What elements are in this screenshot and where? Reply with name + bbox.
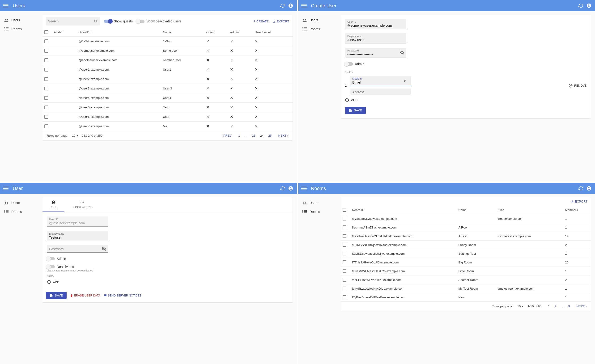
table-row[interactable]: !eVasdacvxysewus:example.com#test:exampl… — [341, 214, 591, 223]
col-userid[interactable]: User-ID ↑ — [77, 28, 161, 37]
save-button[interactable]: SAVE — [46, 292, 67, 299]
row-checkbox[interactable] — [343, 295, 346, 299]
sidebar-item-rooms[interactable]: Rooms — [2, 25, 40, 34]
export-button[interactable]: EXPORT — [272, 20, 289, 23]
sidebar-item-rooms[interactable]: Rooms — [2, 207, 40, 216]
row-checkbox[interactable] — [343, 243, 346, 247]
table-row[interactable]: @user1:example.comUser1✕✕✕ — [42, 65, 292, 74]
add-button[interactable]: ADD — [345, 98, 587, 102]
row-checkbox[interactable] — [343, 287, 346, 290]
rows-per-page-select[interactable]: 10 ▾ — [72, 134, 78, 137]
row-checkbox[interactable] — [343, 225, 346, 229]
add-button[interactable]: ADD — [47, 280, 288, 284]
col-name[interactable]: Name — [456, 206, 496, 214]
visibility-toggle-icon[interactable] — [400, 50, 404, 55]
address-field[interactable] — [350, 89, 411, 95]
page-number[interactable]: 23 — [252, 134, 255, 137]
refresh-icon[interactable] — [578, 2, 584, 9]
admin-toggle[interactable] — [345, 62, 353, 66]
table-row[interactable]: @user5:example.comTest✕✕✕ — [42, 103, 292, 112]
account-icon[interactable] — [586, 2, 592, 9]
deactivated-toggle[interactable] — [47, 265, 55, 268]
table-row[interactable]: !OMSDsdweassIIUUjjwe:example.comSettings… — [341, 249, 591, 258]
save-button[interactable]: SAVE — [345, 107, 366, 114]
show-deactivated-toggle[interactable] — [136, 20, 144, 23]
row-checkbox[interactable] — [44, 115, 48, 119]
select-all-checkbox[interactable] — [343, 208, 346, 212]
table-row[interactable]: @user7:example.comMe✕✕✕ — [42, 122, 292, 131]
next-button[interactable]: NEXT › — [278, 134, 288, 137]
table-row[interactable]: !LLIMSSNHrhRjsdWNXsd:example.comFunny Ro… — [341, 241, 591, 249]
admin-toggle[interactable] — [47, 257, 55, 260]
account-icon[interactable] — [287, 2, 294, 9]
table-row[interactable]: @anotheruser:example.comAnother User✕✕✕ — [42, 56, 292, 65]
row-checkbox[interactable] — [343, 278, 346, 282]
col-guest[interactable]: Guest — [205, 28, 228, 37]
row-checkbox[interactable] — [44, 68, 48, 71]
tab-connections[interactable]: CONNECTIONS — [64, 197, 100, 212]
sidebar-item-users[interactable]: Users — [2, 16, 40, 25]
menu-icon[interactable] — [3, 3, 8, 8]
col-roomid[interactable]: Room-ID — [350, 206, 456, 214]
visibility-toggle-icon[interactable] — [101, 246, 106, 251]
show-guests-toggle[interactable] — [104, 20, 112, 23]
tab-user[interactable]: USER — [42, 197, 64, 212]
page-number[interactable]: 25 — [268, 134, 271, 137]
sidebar-item-users[interactable]: Users — [301, 16, 338, 25]
refresh-icon[interactable] — [279, 2, 286, 9]
sidebar-item-rooms[interactable]: Rooms — [301, 25, 338, 34]
page-number[interactable]: 9 — [568, 305, 570, 308]
table-row[interactable]: !asSBSIsdWEvaXwPk:example.comAnother Roo… — [341, 275, 591, 284]
account-icon[interactable] — [287, 185, 294, 192]
row-checkbox[interactable] — [44, 39, 48, 43]
create-button[interactable]: +CREATE — [253, 19, 269, 23]
page-number[interactable]: 1 — [548, 305, 550, 308]
refresh-icon[interactable] — [578, 185, 584, 192]
page-number[interactable]: 24 — [260, 134, 263, 137]
export-button[interactable]: EXPORT — [571, 200, 588, 203]
rows-per-page-select[interactable]: 10 ▾ — [517, 305, 523, 308]
page-number[interactable]: 2 — [554, 305, 556, 308]
col-admin[interactable]: Admin — [228, 28, 253, 37]
account-icon[interactable] — [586, 185, 592, 192]
row-checkbox[interactable] — [343, 269, 346, 273]
row-checkbox[interactable] — [44, 124, 48, 128]
row-checkbox[interactable] — [343, 260, 346, 264]
col-deactivated[interactable]: Deactivated — [253, 28, 292, 37]
menu-icon[interactable] — [301, 3, 307, 8]
prev-button[interactable]: ‹ PREV — [221, 134, 232, 137]
table-row[interactable]: !TTnlslkHHweOLAD:example.comBig Room20 — [341, 258, 591, 267]
menu-icon[interactable] — [301, 186, 307, 191]
remove-button[interactable]: REMOVE — [568, 84, 587, 88]
table-row[interactable]: @user3:example.comUser 3✕✓✕ — [42, 84, 292, 93]
sidebar-item-users[interactable]: Users — [2, 198, 40, 207]
table-row[interactable]: !lasmnwASmDllasi:example.comA Room1 — [341, 223, 591, 232]
row-checkbox[interactable] — [44, 49, 48, 53]
row-checkbox[interactable] — [44, 58, 48, 62]
col-alias[interactable]: Alias — [496, 206, 563, 214]
menu-icon[interactable] — [3, 186, 8, 191]
row-checkbox[interactable] — [44, 96, 48, 100]
table-row[interactable]: !ykAStwxasdwsKkxGILL:example.comMy Test … — [341, 284, 591, 293]
col-name[interactable]: Name — [161, 28, 205, 37]
page-number[interactable]: 1 — [238, 134, 240, 137]
table-row[interactable]: !TyBasDmwelJdfFaeBmk:example.comNew1 — [341, 293, 591, 302]
sidebar-item-rooms[interactable]: Rooms — [301, 207, 338, 216]
password-field[interactable]: Password — [47, 245, 108, 252]
displayname-field[interactable]: Displayname Testuser — [47, 231, 108, 241]
row-checkbox[interactable] — [343, 234, 346, 238]
next-button[interactable]: NEXT › — [577, 305, 587, 308]
sidebar-item-users[interactable]: Users — [301, 198, 338, 207]
col-members[interactable]: Members — [563, 206, 591, 214]
send-notice-button[interactable]: SEND SERVER NOTICES — [104, 294, 142, 297]
password-field[interactable]: Password •••••••••••••••••••••• — [345, 48, 406, 58]
refresh-icon[interactable] — [279, 185, 286, 192]
table-row[interactable]: @user2:example.com✕✕✕ — [42, 74, 292, 84]
medium-select[interactable]: Medium Email ▾ — [350, 76, 411, 86]
table-row[interactable]: !KuasNWEMasdHasLOs:example.comLittle Roo… — [341, 267, 591, 275]
row-checkbox[interactable] — [44, 105, 48, 109]
table-row[interactable]: @12345:example.com12345✓✕✕ — [42, 37, 292, 46]
row-checkbox[interactable] — [343, 252, 346, 255]
displayname-field[interactable]: Displayname A new user — [345, 33, 406, 43]
row-checkbox[interactable] — [44, 77, 48, 81]
